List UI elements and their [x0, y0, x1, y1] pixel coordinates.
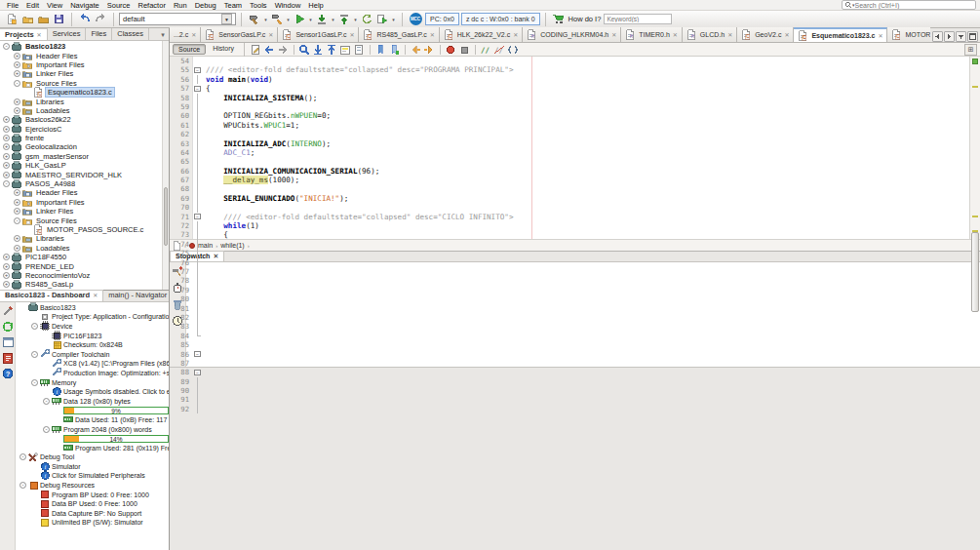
editor-tab-timer0-h[interactable]: HTIMER0.h✕ [621, 27, 683, 42]
tree-item-geolocalizaci-n[interactable]: +Geolocalización [0, 142, 169, 151]
mcc-button[interactable]: MCC [408, 12, 423, 26]
code-line-68[interactable] [202, 184, 969, 193]
next-bookmark-icon[interactable] [388, 44, 401, 56]
code-line-64[interactable]: ADC_C1; [202, 148, 969, 157]
close-icon[interactable]: ✕ [93, 291, 98, 300]
collapse-toggle-icon[interactable]: - [31, 323, 38, 330]
fold-cell[interactable] [193, 139, 202, 148]
fold-collapse-icon[interactable]: − [194, 86, 201, 92]
fold-cell[interactable] [193, 267, 202, 276]
expand-toggle-icon[interactable]: + [3, 126, 10, 133]
editor-tab-hlk-26k22-v2-c[interactable]: CHLK_26k22_V2.c✕ [440, 27, 524, 42]
fold-cell[interactable] [193, 249, 202, 257]
line-number[interactable]: 61 [170, 121, 189, 130]
line-number[interactable]: 92 [170, 405, 189, 413]
dashboard-item[interactable]: -Program 2048 (0x800) words [16, 424, 169, 434]
tab-main-navigator[interactable]: main() - Navigator [103, 290, 173, 301]
tab-basico1823-dashboard[interactable]: Basico1823 - Dashboard✕ [0, 290, 103, 301]
fold-cell[interactable]: − [193, 213, 202, 221]
line-number[interactable]: 54 [170, 57, 189, 65]
collapse-toggle-icon[interactable]: - [31, 379, 38, 386]
collapse-toggle-icon[interactable]: - [20, 453, 26, 460]
line-number[interactable]: 57 [170, 84, 189, 93]
dashboard-item[interactable]: +9% [16, 406, 169, 415]
menu-navigate[interactable]: Navigate [66, 0, 103, 11]
expand-toggle-icon[interactable]: + [14, 107, 20, 114]
scroll-right-icon[interactable] [944, 31, 955, 42]
menu-window[interactable]: Window [271, 0, 305, 11]
expand-toggle-icon[interactable]: + [3, 153, 10, 160]
expand-toggle-icon[interactable]: + [3, 281, 10, 288]
howdoi-input[interactable] [604, 14, 672, 24]
tree-item-frente[interactable]: +frente [0, 134, 169, 142]
tree-item-pic18f4550[interactable]: +PIC18F4550 [0, 253, 169, 261]
close-icon[interactable]: ✕ [611, 31, 616, 38]
tree-item-rs485-gaslp[interactable]: +RS485_GasLp [0, 280, 169, 289]
fold-cell[interactable] [193, 332, 202, 340]
fold-collapse-icon[interactable]: − [194, 370, 201, 375]
tree-item-basicos26k22[interactable]: +Basicos26k22 [0, 115, 169, 124]
comment-icon[interactable]: // [480, 44, 492, 56]
tree-item-header-files[interactable]: +Header Files [0, 51, 169, 59]
redo-icon[interactable] [93, 12, 108, 26]
expand-toggle-icon[interactable]: + [3, 162, 10, 169]
code-line-57[interactable]: { [202, 84, 969, 93]
help-icon[interactable]: ? [2, 368, 14, 379]
dashboard-item[interactable]: +Data BP Used: 0 Free: 1000 [16, 499, 169, 509]
line-number[interactable]: 86 [170, 350, 189, 359]
menu-help[interactable]: Help [304, 0, 327, 11]
fold-cell[interactable] [193, 194, 202, 203]
expand-toggle-icon[interactable]: + [3, 263, 10, 270]
line-number[interactable]: 73 [170, 230, 189, 239]
fold-cell[interactable] [193, 167, 202, 176]
code-line-60[interactable]: OPTION_REGbits.nWPUEN=0; [202, 111, 969, 120]
editor-tab-coding-hlkrm04-h[interactable]: HCODING_HLKRM04.h✕ [523, 27, 621, 42]
tree-item-linker-files[interactable]: +Linker Files [0, 69, 169, 78]
expand-toggle-icon[interactable]: + [14, 245, 20, 252]
source-view-button[interactable]: Source [173, 44, 206, 55]
line-number[interactable]: 69 [170, 194, 189, 203]
fold-cell[interactable] [193, 286, 202, 295]
window-icon[interactable] [2, 336, 14, 348]
fold-cell[interactable] [193, 102, 202, 111]
dashboard-item[interactable]: +Program BP Used: 0 Free: 1000 [16, 490, 169, 499]
code-line-56[interactable]: void main(void) [202, 75, 969, 84]
tree-item-libraries[interactable]: +Libraries [0, 97, 169, 105]
code-line-54[interactable] [202, 57, 969, 65]
expand-toggle-icon[interactable]: + [3, 116, 10, 123]
code-line-66[interactable]: INICIALIZA_COMUNICACION_SERIAL(96); [202, 167, 969, 176]
warning-stripe-mark[interactable] [972, 216, 978, 217]
fold-cell[interactable]: − [193, 350, 202, 359]
tree-item-motor-pasos-source-c[interactable]: +CMOTOR_PASOS_SOURCE.c [0, 225, 169, 234]
menu-debug[interactable]: Debug [191, 0, 220, 11]
tree-item-important-files[interactable]: +Important Files [0, 60, 169, 69]
line-number[interactable]: 58 [170, 94, 189, 102]
global-search[interactable]: ▾ [842, 0, 976, 10]
line-number[interactable]: 55 [170, 65, 189, 74]
open-project-icon[interactable] [35, 12, 51, 26]
save-all-icon[interactable] [51, 12, 66, 26]
shift-right-icon[interactable] [423, 44, 436, 56]
menu-edit[interactable]: Edit [22, 0, 43, 11]
line-number[interactable]: 72 [170, 221, 189, 230]
line-number[interactable]: 66 [170, 167, 189, 176]
editor-tab--2-c[interactable]: ...2.c✕ [170, 27, 201, 42]
build-project-icon-dropdown[interactable]: ▾ [262, 12, 269, 26]
new-file-icon[interactable] [4, 12, 20, 26]
clean-build-icon-dropdown[interactable]: ▾ [285, 12, 292, 26]
fold-cell[interactable] [193, 304, 202, 313]
line-number[interactable]: 68 [170, 184, 189, 193]
line-number[interactable]: 80 [170, 295, 189, 303]
collapse-toggle-icon[interactable]: - [3, 43, 10, 50]
fold-cell[interactable] [193, 322, 202, 331]
previous-bookmark-icon[interactable] [374, 44, 387, 56]
build-project-icon[interactable] [247, 12, 262, 26]
line-number[interactable]: 60 [170, 111, 189, 120]
fold-cell[interactable] [193, 94, 202, 102]
fold-cell[interactable] [193, 184, 202, 193]
fold-cell[interactable] [193, 148, 202, 157]
clean-build-icon[interactable] [269, 12, 285, 26]
tree-item-linker-files[interactable]: +Linker Files [0, 207, 169, 216]
expand-toggle-icon[interactable]: + [3, 254, 10, 260]
last-edit-icon[interactable] [250, 44, 262, 56]
